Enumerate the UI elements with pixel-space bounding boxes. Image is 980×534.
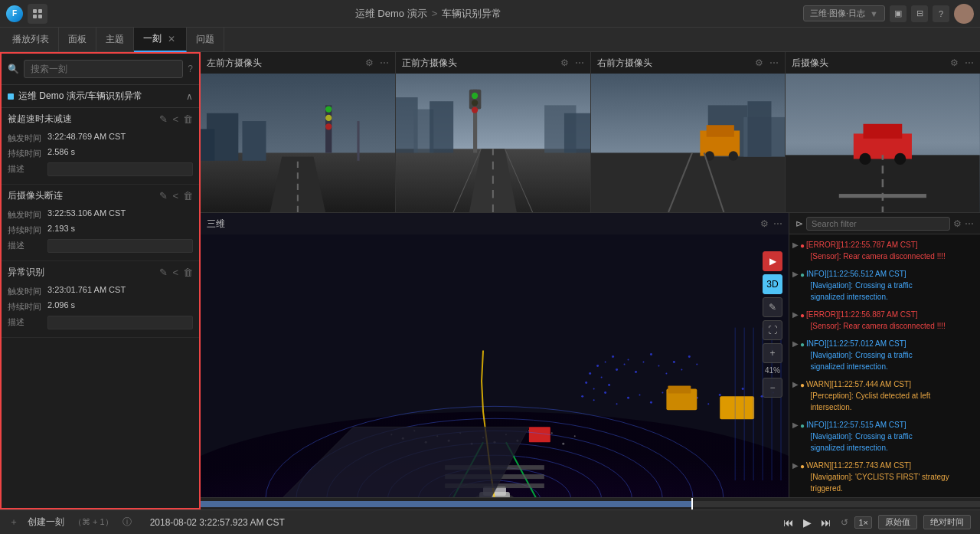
share-icon-2[interactable]: < xyxy=(172,190,178,201)
more-icon-front[interactable]: ⋯ xyxy=(575,57,584,68)
trigger-value-2: 3:22:53.106 AM CST xyxy=(47,208,193,218)
create-moment-btn[interactable]: 创建一刻 xyxy=(28,516,64,529)
log-text-5: INFO][11:22:57.515 AM CST] [Navigation]:… xyxy=(806,419,977,454)
zoom-in-btn[interactable]: + xyxy=(763,343,782,363)
tab-playback[interactable]: 播放列表 xyxy=(3,28,59,52)
log-text-4: WARN][11:22:57.444 AM CST] [Perception]:… xyxy=(806,378,977,413)
svg-point-10 xyxy=(325,106,332,112)
svg-point-74 xyxy=(593,399,595,401)
settings-icon-left[interactable]: ⚙ xyxy=(365,57,374,68)
speed-btn[interactable]: 1× xyxy=(854,516,872,529)
3d-mode-btn[interactable]: 3D xyxy=(763,274,782,294)
layout-btn-2[interactable]: ⊟ xyxy=(911,5,928,22)
camera-panel-front: 正前方摄像头 ⚙ ⋯ xyxy=(396,52,591,212)
log-more-icon[interactable]: ⋯ xyxy=(965,218,974,229)
timeline[interactable] xyxy=(201,497,980,509)
avatar xyxy=(954,4,974,24)
settings-icon-right[interactable]: ⚙ xyxy=(755,57,763,68)
svg-rect-110 xyxy=(720,396,754,419)
svg-point-47 xyxy=(860,153,871,165)
viewer-3d-more[interactable]: ⋯ xyxy=(773,218,782,229)
camera-title-right: 右前方摄像头 xyxy=(597,57,751,70)
tab-panel-label: 面板 xyxy=(68,33,87,46)
moment-actions-3: ✎ < 🗑 xyxy=(159,267,193,278)
edit-icon-3[interactable]: ✎ xyxy=(159,267,168,278)
more-icon-left[interactable]: ⋯ xyxy=(380,57,389,68)
play-pause-btn[interactable]: ▶ xyxy=(803,516,812,529)
tab-theme[interactable]: 主题 xyxy=(96,28,134,52)
filter-icon[interactable]: ⊳ xyxy=(795,218,803,229)
more-icon-right[interactable]: ⋯ xyxy=(769,57,779,68)
viewer-3d[interactable]: 三维 ⚙ ⋯ xyxy=(201,213,789,497)
timestamp-display: 2018-08-02 3:22:57.923 AM CST xyxy=(150,517,285,528)
desc-input-1[interactable] xyxy=(47,162,193,176)
section-dot xyxy=(8,93,14,100)
next-frame-btn[interactable]: ⏭ xyxy=(821,516,831,529)
log-panel-header: ⊳ ⚙ ⋯ xyxy=(789,213,980,234)
svg-point-87 xyxy=(742,388,744,390)
settings-icon-rear[interactable]: ⚙ xyxy=(950,57,959,68)
share-icon-3[interactable]: < xyxy=(172,267,178,278)
settings-icon-front[interactable]: ⚙ xyxy=(560,57,569,68)
svg-point-72 xyxy=(696,363,697,365)
desc-input-3[interactable] xyxy=(47,316,193,329)
help-circle-icon[interactable]: ? xyxy=(188,64,193,74)
edit-icon-1[interactable]: ✎ xyxy=(159,113,168,125)
play-btn-3d[interactable]: ▶ xyxy=(763,251,782,271)
svg-point-75 xyxy=(604,391,606,394)
expand-btn[interactable]: ⛶ xyxy=(763,320,782,340)
log-settings-icon[interactable]: ⚙ xyxy=(953,218,962,229)
view-selector[interactable]: 三维·图像·日志 ▼ xyxy=(803,5,885,21)
zoom-out-btn[interactable]: − xyxy=(763,378,782,398)
main-title: 运维 Demo 演示 xyxy=(355,7,427,21)
help-btn[interactable]: ⓘ xyxy=(122,516,132,529)
camera-scene-right xyxy=(591,74,786,212)
duration-value-2: 2.193 s xyxy=(47,224,193,233)
search-input[interactable] xyxy=(24,60,183,78)
svg-point-107 xyxy=(574,435,576,437)
time-type-btn[interactable]: 绝对时间 xyxy=(923,515,971,529)
svg-point-63 xyxy=(650,353,652,355)
field-duration-3: 持续时间 2.096 s xyxy=(2,299,199,314)
help-icon[interactable]: ? xyxy=(933,5,949,22)
layout-btn-1[interactable]: ▣ xyxy=(890,5,906,22)
svg-point-40 xyxy=(728,151,737,160)
desc-input-2[interactable] xyxy=(47,239,193,253)
moment-item-1: 被超速时未减速 ✎ < 🗑 触发时间 3:22:48.769 AM CST 持续… xyxy=(2,108,199,185)
delete-icon-1[interactable]: 🗑 xyxy=(183,113,193,125)
section-title: 运维 Demo 演示/车辆识别异常 xyxy=(18,90,181,103)
sync-icon[interactable]: ↺ xyxy=(841,517,848,528)
svg-point-56 xyxy=(624,363,626,365)
middle-area: 三维 ⚙ ⋯ xyxy=(201,213,980,497)
playback-controls: ⏮ ▶ ⏭ xyxy=(783,516,831,529)
pencil-btn[interactable]: ✎ xyxy=(763,297,782,317)
share-icon-1[interactable]: < xyxy=(172,113,178,125)
log-entry-3: ▶ ● INFO][11:22:57.012 AM CST] [Navigati… xyxy=(792,336,977,374)
more-icon-rear[interactable]: ⋯ xyxy=(965,57,974,68)
camera-img-left xyxy=(201,74,395,212)
moment-title-2: 后摄像头断连 xyxy=(8,189,159,202)
camera-scene-rear xyxy=(786,74,980,212)
tab-issue[interactable]: 问题 xyxy=(187,28,224,52)
camera-header-front: 正前方摄像头 ⚙ ⋯ xyxy=(396,52,590,74)
collapse-icon[interactable]: ∧ xyxy=(186,91,193,102)
moment-actions-2: ✎ < 🗑 xyxy=(159,190,193,201)
log-entry-0: ▶ ● [ERROR][11:22:55.787 AM CST] [Sensor… xyxy=(792,238,977,264)
delete-icon-2[interactable]: 🗑 xyxy=(183,190,193,201)
viewer-3d-settings[interactable]: ⚙ xyxy=(760,218,769,229)
tab-panel[interactable]: 面板 xyxy=(59,28,96,52)
delete-icon-3[interactable]: 🗑 xyxy=(183,267,193,278)
log-text-2: [ERROR][11:22:56.887 AM CST] [Sensor]: R… xyxy=(806,309,977,332)
svg-point-58 xyxy=(601,376,603,378)
prev-frame-btn[interactable]: ⏮ xyxy=(783,516,794,529)
svg-rect-22 xyxy=(564,113,590,153)
tab-moment-close[interactable]: ✕ xyxy=(166,34,177,44)
value-mode-btn[interactable]: 原始值 xyxy=(878,515,917,529)
edit-icon-2[interactable]: ✎ xyxy=(159,190,168,201)
log-search-input[interactable] xyxy=(806,217,950,231)
camera-img-right xyxy=(591,74,786,212)
logo: F xyxy=(6,5,23,22)
tab-moment[interactable]: 一刻 ✕ xyxy=(134,28,187,52)
svg-point-60 xyxy=(628,359,629,360)
app-icon-btn[interactable] xyxy=(28,4,47,24)
